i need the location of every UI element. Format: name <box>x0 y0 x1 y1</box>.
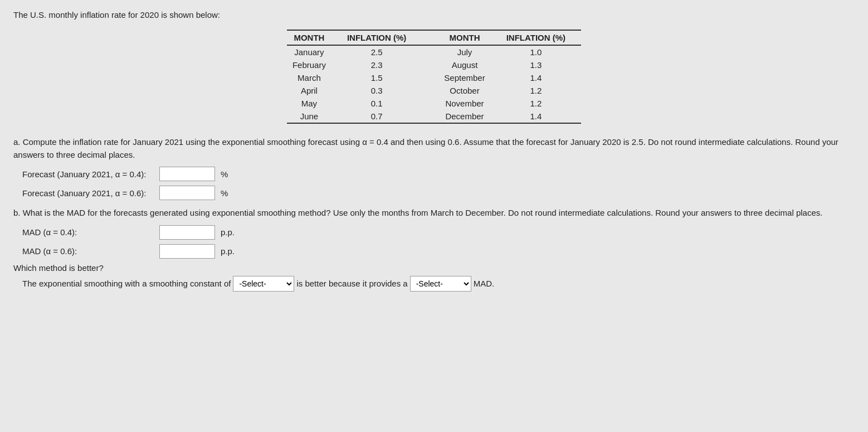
sentence-before: The exponential smoothing with a smoothi… <box>22 279 231 288</box>
month1-cell: March <box>287 71 342 84</box>
month2-cell: September <box>422 71 500 84</box>
mad-04-unit: p.p. <box>221 227 235 237</box>
mad-04-row: MAD (α = 0.4): p.p. <box>22 225 855 240</box>
col3-header: MONTH <box>422 30 500 45</box>
forecast-06-input[interactable] <box>159 186 215 200</box>
forecast-06-row: Forecast (January 2021, α = 0.6): % <box>22 186 855 200</box>
section-a: a. Compute the inflation rate for Januar… <box>13 136 855 200</box>
which-method-label: Which method is better? <box>13 263 855 273</box>
month1-cell: February <box>287 59 342 71</box>
intro-text: The U.S. monthly inflation rate for 2020… <box>13 10 855 20</box>
forecast-06-unit: % <box>221 188 228 198</box>
table-row: January 2.5 July 1.0 <box>287 45 581 59</box>
month2-cell: December <box>422 110 500 123</box>
table-row: May 0.1 November 1.2 <box>287 97 581 110</box>
forecast-06-label: Forecast (January 2021, α = 0.6): <box>22 188 156 198</box>
inf1-cell: 0.7 <box>342 110 422 123</box>
inflation-table: MONTH INFLATION (%) MONTH INFLATION (%) … <box>287 30 581 124</box>
table-row: March 1.5 September 1.4 <box>287 71 581 84</box>
section-b: b. What is the MAD for the forecasts gen… <box>13 207 855 292</box>
mad-06-input[interactable] <box>159 244 215 259</box>
forecast-04-row: Forecast (January 2021, α = 0.4): % <box>22 167 855 181</box>
month1-cell: June <box>287 110 342 123</box>
mad-06-row: MAD (α = 0.6): p.p. <box>22 244 855 259</box>
month2-cell: July <box>422 45 500 59</box>
forecast-04-label: Forecast (January 2021, α = 0.4): <box>22 169 156 179</box>
month2-cell: August <box>422 59 500 71</box>
section-b-text: b. What is the MAD for the forecasts gen… <box>13 207 855 220</box>
month2-cell: October <box>422 84 500 97</box>
inf2-cell: 1.4 <box>501 110 581 123</box>
month1-cell: April <box>287 84 342 97</box>
forecast-04-input[interactable] <box>159 167 215 181</box>
inf2-cell: 1.3 <box>501 59 581 71</box>
inf1-cell: 1.5 <box>342 71 422 84</box>
inf1-cell: 0.1 <box>342 97 422 110</box>
mad-04-label: MAD (α = 0.4): <box>22 227 156 237</box>
table-row: April 0.3 October 1.2 <box>287 84 581 97</box>
col4-header: INFLATION (%) <box>501 30 581 45</box>
mad-06-label: MAD (α = 0.6): <box>22 246 156 256</box>
sentence-after: MAD. <box>474 279 495 288</box>
col1-header: MONTH <box>287 30 342 45</box>
mad-06-unit: p.p. <box>221 246 235 256</box>
inf1-cell: 2.5 <box>342 45 422 59</box>
select-mad-type-dropdown[interactable]: -Select-lowerhigher <box>410 276 471 292</box>
inf1-cell: 2.3 <box>342 59 422 71</box>
select-constant-dropdown[interactable]: -Select-0.40.6 <box>233 276 294 292</box>
mad-04-input[interactable] <box>159 225 215 240</box>
better-method-sentence: The exponential smoothing with a smoothi… <box>22 276 855 292</box>
inf1-cell: 0.3 <box>342 84 422 97</box>
inf2-cell: 1.2 <box>501 97 581 110</box>
month2-cell: November <box>422 97 500 110</box>
inf2-cell: 1.4 <box>501 71 581 84</box>
inf2-cell: 1.2 <box>501 84 581 97</box>
forecast-04-unit: % <box>221 169 228 179</box>
inflation-table-section: MONTH INFLATION (%) MONTH INFLATION (%) … <box>13 30 855 124</box>
sentence-middle: is better because it provides a <box>296 279 407 288</box>
month1-cell: May <box>287 97 342 110</box>
table-row: February 2.3 August 1.3 <box>287 59 581 71</box>
table-row: June 0.7 December 1.4 <box>287 110 581 123</box>
section-a-text: a. Compute the inflation rate for Januar… <box>13 136 855 161</box>
month1-cell: January <box>287 45 342 59</box>
inf2-cell: 1.0 <box>501 45 581 59</box>
col2-header: INFLATION (%) <box>342 30 422 45</box>
